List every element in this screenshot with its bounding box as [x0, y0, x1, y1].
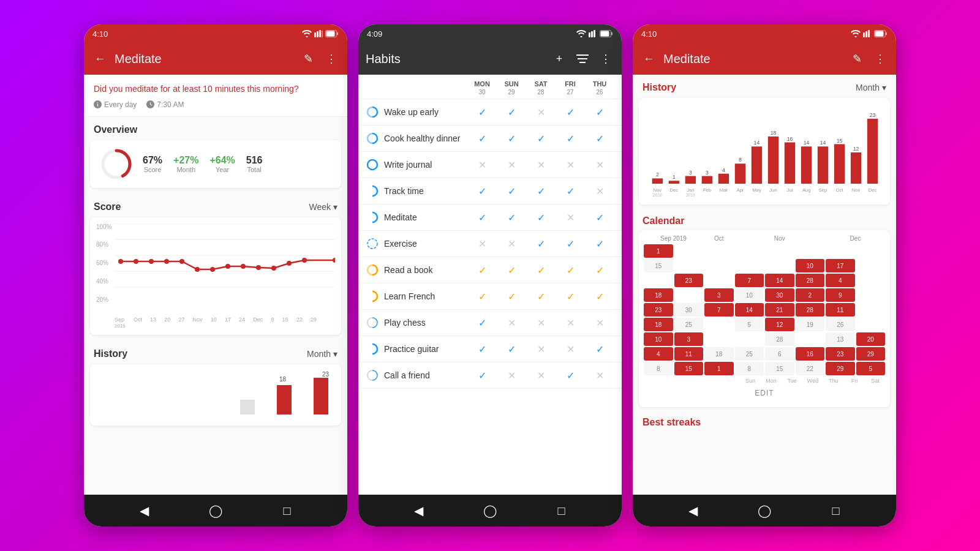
cal-cell: 4: [644, 347, 673, 361]
score-dropdown[interactable]: Week ▾: [309, 202, 337, 212]
svg-text:Dec: Dec: [869, 187, 877, 193]
svg-rect-32: [240, 400, 255, 414]
svg-rect-45: [865, 31, 867, 37]
habit-meditate[interactable]: Meditate ✓ ✓ ✓ ✕ ✓: [358, 204, 622, 231]
habit-guitar[interactable]: Practice guitar ✓ ✓ ✕ ✕ ✓: [358, 336, 622, 362]
more-icon-2[interactable]: ⋮: [597, 50, 614, 67]
app-bar-1: ← Meditate ✎ ⋮: [84, 43, 347, 75]
habit-check-wake-4[interactable]: ✓: [556, 107, 585, 118]
recent-nav-btn[interactable]: □: [278, 504, 296, 518]
cal-cell: 30: [765, 288, 794, 302]
home-nav-btn-2[interactable]: ◯: [481, 503, 499, 518]
svg-rect-54: [669, 181, 679, 184]
recent-nav-btn-2[interactable]: □: [552, 504, 571, 518]
svg-rect-88: [851, 152, 861, 184]
svg-text:3: 3: [706, 170, 709, 176]
more-icon[interactable]: ⋮: [323, 50, 340, 67]
svg-point-16: [149, 259, 154, 264]
home-nav-btn-3[interactable]: ◯: [755, 503, 774, 518]
cal-cell: 29: [856, 347, 886, 361]
habit-friend[interactable]: Call a friend ✓ ✕ ✕ ✓ ✕: [358, 362, 622, 389]
habit-name-track: Track time: [384, 186, 424, 196]
habit-icon-friend: [366, 369, 379, 382]
cal-cell: 28: [796, 274, 825, 287]
bar-chart-card: 2 Nov 2018 1 Dec 3 Jan 2019: [639, 98, 890, 204]
edit-icon[interactable]: ✎: [300, 50, 317, 67]
habit-track-time[interactable]: Track time ✓ ✓ ✓ ✓ ✕: [358, 178, 622, 204]
status-bar-2: 4:09: [358, 24, 622, 43]
svg-text:Nov: Nov: [852, 187, 861, 193]
cal-cell: 16: [796, 347, 825, 361]
overview-stats: 67% Score +27% Month +64% Year 516 Total: [143, 155, 331, 173]
time-meta: 7:30 AM: [146, 100, 184, 109]
habit-name-read: Read a book: [384, 265, 432, 275]
habit-chess[interactable]: Play chess ✓ ✕ ✕ ✕ ✕: [358, 310, 622, 336]
habit-exercise[interactable]: Exercise ✕ ✕ ✓ ✓ ✓: [358, 231, 622, 257]
habit-cook[interactable]: Cook healthy dinner ✓ ✓ ✓ ✓ ✓: [358, 126, 622, 152]
cal-cell: 11: [674, 347, 704, 361]
edit-icon-3[interactable]: ✎: [848, 50, 865, 67]
back-icon-3[interactable]: ←: [640, 50, 657, 67]
filter-icon[interactable]: [574, 50, 591, 67]
cal-cell: 22: [796, 362, 825, 375]
habit-french[interactable]: Learn French ✓ ✓ ✓ ✓ ✓: [358, 283, 622, 310]
svg-rect-57: [685, 176, 696, 184]
col-header-fri: FRI27: [556, 80, 585, 96]
svg-text:Jun: Jun: [769, 187, 777, 193]
add-icon[interactable]: +: [551, 50, 568, 67]
svg-text:8: 8: [739, 157, 742, 163]
cal-cell: 10: [644, 332, 673, 346]
edit-button[interactable]: EDIT: [644, 384, 885, 402]
cal-cell: [735, 332, 764, 346]
home-nav-btn[interactable]: ◯: [206, 503, 225, 518]
cal-cell: 4: [826, 274, 855, 287]
habit-name-meditate: Meditate: [384, 212, 417, 222]
cal-cell: 26: [826, 318, 855, 331]
app-title-3: Meditate: [663, 52, 842, 66]
cal-cell: 5: [735, 318, 764, 331]
svg-text:18: 18: [279, 376, 287, 383]
svg-text:1: 1: [673, 174, 676, 180]
history-dropdown-3[interactable]: Month ▾: [856, 83, 886, 92]
habit-read-book[interactable]: Read a book ✓ ✓ ✓ ✓ ✓: [358, 257, 622, 283]
cal-cell: 23: [674, 274, 704, 287]
habit-check-wake-5[interactable]: ✓: [585, 107, 614, 118]
phone-3: 4:10 ← Meditate ✎ ⋮ History Month ▾: [633, 24, 896, 527]
habit-check-wake-2[interactable]: ✓: [497, 107, 526, 118]
habit-name-chess: Play chess: [384, 318, 426, 328]
more-icon-3[interactable]: ⋮: [872, 50, 889, 67]
stat-year: +64% Year: [209, 155, 235, 173]
back-nav-btn-3[interactable]: ◀: [684, 503, 702, 518]
habit-journal[interactable]: Write journal ✕ ✕ ✕ ✕ ✕: [358, 152, 622, 178]
cal-cell: 14: [735, 303, 764, 317]
content-3: History Month ▾ 2 Nov: [633, 75, 896, 495]
score-ring: [100, 148, 133, 181]
habit-icon-wake: [366, 105, 379, 119]
svg-point-27: [333, 258, 335, 263]
svg-point-26: [302, 258, 307, 263]
svg-rect-0: [314, 32, 316, 37]
history-header-3: History Month ▾: [633, 75, 896, 98]
cal-cell: [826, 244, 855, 258]
habit-check-wake-1[interactable]: ✓: [467, 107, 497, 118]
stat-total: 516 Total: [246, 155, 263, 173]
history-dropdown-1[interactable]: Month ▾: [307, 349, 337, 359]
back-icon[interactable]: ←: [91, 50, 108, 67]
status-bar-3: 4:10: [633, 24, 896, 43]
col-header-thu: THU26: [585, 80, 614, 96]
back-nav-btn-2[interactable]: ◀: [409, 503, 428, 518]
cal-cell: [704, 318, 734, 331]
col-header-mon: MON30: [467, 80, 497, 96]
habit-check-wake-3[interactable]: ✕: [526, 107, 556, 118]
back-nav-btn[interactable]: ◀: [135, 503, 153, 518]
overview-header: Overview: [84, 117, 347, 140]
habit-wake-early[interactable]: Wake up early ✓ ✓ ✕ ✓ ✓: [358, 99, 622, 126]
recent-nav-btn-3[interactable]: □: [827, 504, 845, 518]
svg-point-18: [179, 259, 184, 264]
day-of-week-labels: Sun Mon Tue Wed Thu Fri Sat: [644, 378, 885, 384]
score-period: Week: [309, 202, 331, 212]
cal-cell: 14: [765, 274, 794, 287]
cal-cell: 15: [644, 259, 673, 272]
stat-month: +27% Month: [173, 155, 198, 173]
svg-rect-49: [886, 32, 887, 36]
